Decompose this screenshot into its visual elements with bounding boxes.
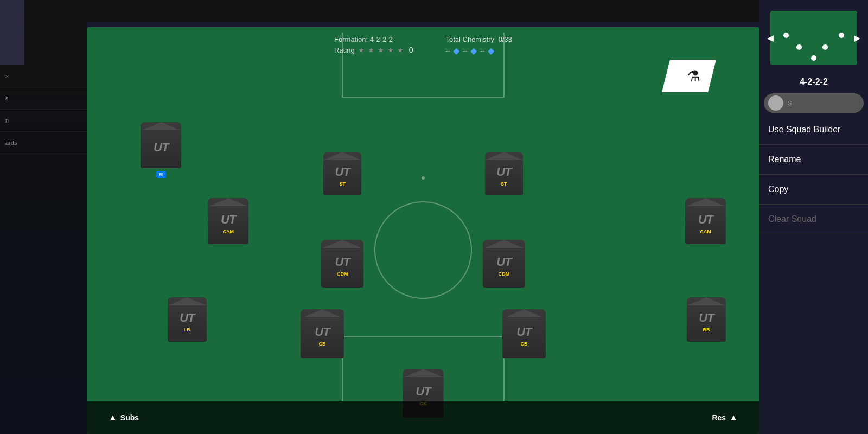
card-position-cam-r: CAM xyxy=(700,229,711,234)
main-content: Formation: 4-2-2-2 Rating ★ ★ ★ ★ ★ 0 To… xyxy=(87,0,760,434)
center-circle xyxy=(374,201,472,299)
card-position-cdm-r: CDM xyxy=(499,271,510,277)
player-card-extra[interactable]: UT M xyxy=(141,122,181,168)
bottom-bar: ▲ Subs Res ▲ xyxy=(87,401,760,434)
card-logo-cam-r: UT xyxy=(698,213,713,227)
use-squad-builder-button[interactable]: Use Squad Builder xyxy=(760,115,868,145)
player-card-cdm-r[interactable]: UT CDM xyxy=(483,240,525,288)
formation-display-label: 4-2-2-2 xyxy=(760,77,868,87)
rating-label: Rating xyxy=(334,46,355,54)
pitch-info-overlay: Formation: 4-2-2-2 Rating ★ ★ ★ ★ ★ 0 To… xyxy=(334,35,512,56)
sidebar-item-3[interactable]: n xyxy=(0,110,87,132)
left-sidebar: s s n ards xyxy=(0,0,87,434)
player-card-rb[interactable]: UT RB xyxy=(687,297,726,342)
subs-label: Subs xyxy=(120,413,139,422)
formation-info: Formation: 4-2-2-2 Rating ★ ★ ★ ★ ★ 0 xyxy=(334,35,413,54)
star-2: ★ xyxy=(368,46,374,54)
card-logo-cam-l: UT xyxy=(221,213,235,227)
lab-icon-container[interactable]: ⚗ xyxy=(662,60,716,92)
player-card-cdm-l[interactable]: UT CDM xyxy=(321,240,363,288)
subs-button[interactable]: ▲ Subs xyxy=(108,413,139,423)
res-button[interactable]: Res ▲ xyxy=(712,413,738,423)
mini-dot-lb xyxy=(783,33,789,38)
chemistry-icons-row: -- ◆ -- ◆ -- ◆ xyxy=(445,46,512,56)
rating-value: 0 xyxy=(409,46,413,54)
sidebar-item-2[interactable]: s xyxy=(0,87,87,110)
slider-control[interactable]: S xyxy=(764,93,864,113)
sidebar-item-4[interactable]: ards xyxy=(0,132,87,154)
rename-button[interactable]: Rename xyxy=(760,145,868,175)
player-card-st-r[interactable]: UT ST xyxy=(485,152,523,195)
copy-label: Copy xyxy=(768,184,788,194)
mini-formation-container: ◄ ► xyxy=(760,5,868,71)
card-logo-gk: UT xyxy=(416,385,430,399)
card-position-cdm-l: CDM xyxy=(337,271,348,277)
card-position-st-r: ST xyxy=(501,181,507,187)
mini-dot-gk xyxy=(811,55,816,61)
mini-dot-rb xyxy=(839,33,844,38)
right-arrow-button[interactable]: ► xyxy=(852,32,863,44)
card-logo-cdm-l: UT xyxy=(335,255,350,269)
rating-row: Rating ★ ★ ★ ★ ★ 0 xyxy=(334,46,413,54)
chem-diamond-3: ◆ xyxy=(488,46,494,56)
star-3: ★ xyxy=(378,46,384,54)
slider-label: S xyxy=(788,100,792,106)
card-position-cb-r: CB xyxy=(521,341,528,347)
slider-thumb[interactable] xyxy=(768,95,783,111)
chemistry-info: Total Chemistry 0/33 -- ◆ -- ◆ -- ◆ xyxy=(445,35,512,56)
card-logo-cdm-r: UT xyxy=(496,255,511,269)
football-pitch: Formation: 4-2-2-2 Rating ★ ★ ★ ★ ★ 0 To… xyxy=(87,27,760,434)
chem-dash-3: -- xyxy=(480,47,484,55)
res-label: Res xyxy=(712,413,726,422)
card-position-cb-l: CB xyxy=(319,341,326,347)
card-logo-lb: UT xyxy=(180,311,194,325)
position-badge-extra: M xyxy=(156,171,166,178)
card-position-rb: RB xyxy=(703,327,710,333)
card-logo-cb-r: UT xyxy=(516,325,531,339)
rename-label: Rename xyxy=(768,155,801,164)
total-chemistry-label: Total Chemistry 0/33 xyxy=(445,35,512,43)
chem-dash-1: -- xyxy=(445,47,450,55)
chem-dash-2: -- xyxy=(463,47,467,55)
sidebar-item-1[interactable]: s xyxy=(0,65,87,87)
chem-diamond-1: ◆ xyxy=(453,46,459,56)
left-arrow-button[interactable]: ◄ xyxy=(765,32,776,44)
res-arrow-up: ▲ xyxy=(729,413,738,423)
card-logo-st-r: UT xyxy=(496,165,511,179)
mini-dot-cb1 xyxy=(796,44,802,50)
card-position-cam-l: CAM xyxy=(222,229,234,234)
clear-squad-button[interactable]: Clear Squad xyxy=(760,205,868,234)
lab-icon: ⚗ xyxy=(687,67,700,85)
clear-squad-label: Clear Squad xyxy=(768,214,816,224)
chem-diamond-2: ◆ xyxy=(470,46,477,56)
right-panel: ◄ ► 4-2-2-2 S Use Squad Builder Rename C… xyxy=(760,0,868,434)
formation-label: Formation: 4-2-2-2 xyxy=(334,35,413,43)
card-logo-cb-l: UT xyxy=(315,325,329,339)
top-logo-block xyxy=(0,0,24,65)
player-card-lb[interactable]: UT LB xyxy=(168,297,207,342)
star-1: ★ xyxy=(358,46,365,54)
pitch-container: Formation: 4-2-2-2 Rating ★ ★ ★ ★ ★ 0 To… xyxy=(87,22,760,434)
card-logo-st-l: UT xyxy=(335,165,350,179)
subs-arrow-up: ▲ xyxy=(108,413,117,423)
player-card-cb-l[interactable]: UT CB xyxy=(301,309,344,358)
player-card-cam-l[interactable]: UT CAM xyxy=(208,198,248,244)
copy-button[interactable]: Copy xyxy=(760,175,868,205)
card-logo-extra: UT xyxy=(154,141,168,155)
player-card-st-l[interactable]: UT ST xyxy=(323,152,361,195)
card-logo-rb: UT xyxy=(699,311,713,325)
card-position-lb: LB xyxy=(184,327,190,333)
mini-dot-cb2 xyxy=(822,44,828,50)
center-dot xyxy=(422,176,425,180)
player-card-cam-r[interactable]: UT CAM xyxy=(685,198,726,244)
top-bar xyxy=(87,0,760,22)
star-4: ★ xyxy=(387,46,394,54)
use-squad-builder-label: Use Squad Builder xyxy=(768,125,840,135)
card-position-st-l: ST xyxy=(339,181,346,187)
mini-formation-preview xyxy=(770,11,857,65)
player-card-cb-r[interactable]: UT CB xyxy=(502,309,546,358)
star-5: ★ xyxy=(397,46,404,54)
